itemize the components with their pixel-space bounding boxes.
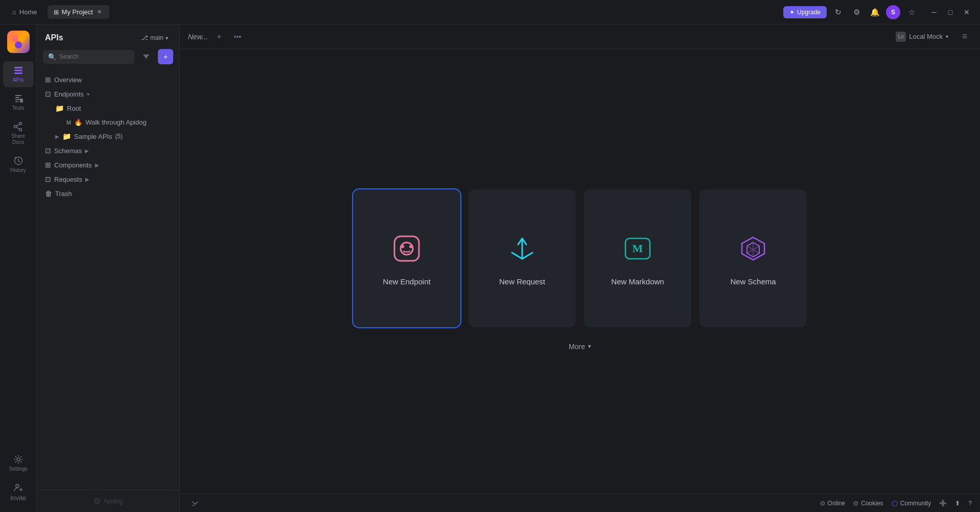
upgrade-button[interactable]: ✦ Upgrade <box>783 6 827 18</box>
svg-point-7 <box>19 123 21 125</box>
tree-item-walkthrough[interactable]: M 🔥 Walk through Apidog <box>41 115 175 129</box>
tree-item-trash[interactable]: 🗑 Trash <box>41 186 175 201</box>
sidebar-item-invite[interactable]: Invite <box>3 478 34 506</box>
tree-container: ⊞ Overview ⊡ Endpoints ▾ 📁 Root M 🔥 Walk… <box>37 70 179 490</box>
local-mock-chevron-icon: ▾ <box>946 34 948 39</box>
schemas-label: Schemas <box>54 147 82 155</box>
apis-icon <box>13 65 24 76</box>
community-label: Community <box>900 500 931 507</box>
endpoint-card-icon <box>388 230 425 267</box>
folder-icon: 📁 <box>55 104 64 112</box>
avatar[interactable]: S <box>886 5 900 19</box>
cards-area: New Endpoint New Request <box>180 49 980 494</box>
overview-label: Overview <box>54 76 82 84</box>
cookies-button[interactable]: ⊙ Cookies <box>853 500 883 507</box>
tree-item-sample-apis[interactable]: ▶ 📁 Sample APIs (5) <box>41 129 175 143</box>
more-chevron-icon: ▾ <box>588 343 591 350</box>
project-tab[interactable]: ⊞ My Project ✕ <box>48 5 109 19</box>
new-markdown-card[interactable]: M New Markdown <box>584 189 691 327</box>
sidebar-item-apis[interactable]: APIs <box>3 61 34 87</box>
svg-text:M: M <box>633 242 643 255</box>
sidebar-bottom: Settings Invite <box>3 450 34 506</box>
collapse-button[interactable] <box>188 496 202 510</box>
sidebar-history-label: History <box>10 167 26 174</box>
sidebar-invite-label: Invite <box>10 494 26 502</box>
branch-icon: ⎇ <box>141 34 148 41</box>
new-endpoint-card[interactable]: New Endpoint <box>353 189 460 327</box>
new-request-card[interactable]: New Request <box>469 189 576 327</box>
endpoints-chevron-icon: ▾ <box>87 91 89 97</box>
svg-point-21 <box>401 242 413 255</box>
add-button[interactable]: + <box>158 49 173 64</box>
requests-label: Requests <box>54 176 82 183</box>
cookies-label: Cookies <box>861 500 883 507</box>
window-controls: ─ □ ✕ <box>927 5 974 19</box>
doc-icon: M <box>66 119 71 126</box>
online-icon: ⊙ <box>820 500 825 507</box>
markdown-card-icon: M <box>619 230 656 267</box>
minimize-button[interactable]: ─ <box>927 5 941 19</box>
maximize-button[interactable]: □ <box>943 5 958 19</box>
star-icon[interactable]: ☆ <box>904 5 919 19</box>
main-layout: APIs Tests Share Docs <box>0 25 980 512</box>
more-options-button[interactable]: ••• <box>230 30 245 44</box>
cards-grid: New Endpoint New Request <box>353 189 807 327</box>
title-bar-left: ⌂ Home ⊞ My Project ✕ <box>6 5 109 19</box>
tests-icon <box>13 93 24 104</box>
search-box[interactable]: 🔍 <box>43 50 134 64</box>
sidebar-item-share-docs[interactable]: Share Docs <box>3 117 34 150</box>
schema-card-icon <box>735 230 772 267</box>
svg-rect-20 <box>394 236 419 261</box>
svg-point-14 <box>16 484 19 487</box>
sidebar-item-tests[interactable]: Tests <box>3 89 34 115</box>
schemas-chevron-icon: ▶ <box>85 148 89 154</box>
tree-item-schemas[interactable]: ⊡ Schemas ▶ <box>41 143 175 158</box>
add-tab-button[interactable]: + <box>212 30 226 44</box>
markdown-card-label: New Markdown <box>611 277 664 286</box>
sidebar-item-history[interactable]: History <box>3 152 34 178</box>
share-icon[interactable]: ⬆ <box>955 500 960 507</box>
svg-rect-5 <box>14 72 22 74</box>
svg-point-8 <box>14 126 16 128</box>
online-label: Online <box>828 500 846 507</box>
sidebar-item-settings[interactable]: Settings <box>3 450 34 476</box>
settings-icon <box>13 454 24 465</box>
tab-close-button[interactable]: ✕ <box>96 9 103 16</box>
fire-emoji: 🔥 <box>74 118 82 126</box>
branch-label: main <box>150 34 164 41</box>
status-bar: ⊙ Online ⊙ Cookies ⬡ Community ➕ ⬆ ? <box>180 494 980 512</box>
tree-item-endpoints[interactable]: ⊡ Endpoints ▾ <box>41 87 175 101</box>
help-icon[interactable]: ➕ <box>939 500 947 507</box>
main-content: New... + ••• Lo Local Mock ▾ ≡ <box>180 25 980 512</box>
search-input[interactable] <box>59 53 129 60</box>
community-button[interactable]: ⬡ Community <box>892 499 931 507</box>
branch-selector[interactable]: ⎇ main ▾ <box>138 33 171 43</box>
question-icon[interactable]: ? <box>968 500 972 507</box>
settings-gear-icon[interactable]: ⚙ <box>849 5 864 19</box>
components-label: Components <box>54 161 92 169</box>
online-status[interactable]: ⊙ Online <box>820 500 846 507</box>
notifications-icon[interactable]: 🔔 <box>868 5 882 19</box>
invite-icon <box>13 482 24 493</box>
svg-point-13 <box>17 458 20 461</box>
local-mock-selector[interactable]: Lo Local Mock ▾ <box>891 30 953 44</box>
refresh-button[interactable]: ↻ <box>831 5 845 19</box>
close-button[interactable]: ✕ <box>960 5 974 19</box>
home-tab[interactable]: ⌂ Home <box>6 5 43 19</box>
svg-point-23 <box>409 245 412 248</box>
sidebar-tests-label: Tests <box>12 105 24 111</box>
tree-item-root[interactable]: 📁 Root <box>41 101 175 115</box>
walkthrough-label: Walk through Apidog <box>85 118 146 126</box>
tree-item-components[interactable]: ⊞ Components ▶ <box>41 158 175 172</box>
tree-item-requests[interactable]: ⊡ Requests ▶ <box>41 172 175 186</box>
filter-button[interactable] <box>138 49 154 64</box>
community-icon: ⬡ <box>892 499 898 507</box>
more-button[interactable]: More ▾ <box>561 339 599 354</box>
new-schema-card[interactable]: New Schema <box>699 189 807 327</box>
schemas-icon: ⊡ <box>45 147 51 155</box>
hamburger-menu-button[interactable]: ≡ <box>958 30 972 44</box>
components-chevron-icon: ▶ <box>95 162 99 168</box>
app-logo[interactable] <box>7 31 30 53</box>
home-tab-label: Home <box>19 8 37 16</box>
tree-item-overview[interactable]: ⊞ Overview <box>41 72 175 87</box>
